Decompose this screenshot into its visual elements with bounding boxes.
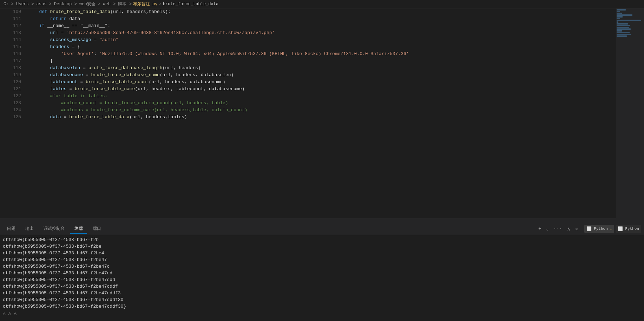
code-line-content: headers = {: [27, 44, 616, 51]
line-number: 124: [0, 107, 27, 114]
code-line-content: tablecount = brute_force_table_count(url…: [27, 79, 616, 86]
line-number: 125: [0, 114, 27, 121]
terminal-output-line: ctfshow{b5955005-0f37-4533-bd67-f2be47cd…: [3, 290, 641, 296]
right-tab-python-2[interactable]: ⬜ Python: [616, 225, 641, 233]
minimap-line: [617, 20, 641, 21]
table-row: 122 #for table in tables:: [0, 93, 616, 100]
minimap-line: [617, 25, 630, 26]
table-row: 121 tables = brute_force_table_name(url,…: [0, 86, 616, 93]
maximize-panel-btn[interactable]: ∧: [566, 225, 571, 233]
code-line-content: def brute_force_table_data(url, headers,…: [27, 8, 616, 15]
code-line-content: #columns = brute_force_column_name(url, …: [27, 107, 616, 114]
minimap: [616, 8, 644, 218]
horizontal-scrollbar[interactable]: [0, 218, 644, 222]
editor: 100 def brute_force_table_data(url, head…: [0, 8, 644, 218]
terminal-output-line: ctfshow{b5955005-0f37-4533-bd67-f2be47cd…: [3, 283, 641, 290]
table-row: 119 databasename = brute_force_database_…: [0, 72, 616, 79]
tab-terminal[interactable]: 终端: [70, 224, 87, 234]
breadcrumb-path: C: > Users > asus > Desktop > web安全 > we…: [4, 1, 132, 7]
table-row: 118 databaselen = brute_force_database_l…: [0, 65, 616, 72]
terminal-icon-2: ⬜: [618, 226, 623, 232]
line-number: 100: [0, 8, 27, 15]
terminal-output-line: ctfshow{b5955005-0f37-4533-bd67-f2be47cd…: [3, 296, 641, 303]
table-row: 116 'User-Agent': 'Mozilla/5.0 (Windows …: [0, 51, 616, 58]
table-row: 112 if __name__ == "__main__":: [0, 22, 616, 29]
terminal-output-line: ctfshow{b5955005-0f37-4533-bd67-f2be4: [3, 250, 641, 256]
terminal-icon-1: ⬜: [586, 226, 592, 232]
code-area[interactable]: 100 def brute_force_table_data(url, head…: [0, 8, 616, 218]
panel-actions: + ⌄ ··· ∧ ✕ ⬜ Python ⚠ ⬜ Python: [537, 225, 641, 233]
terminal-output-line: ctfshow{b5955005-0f37-4533-bd67-f2be47cd: [3, 270, 641, 276]
breadcrumb-file2: brute_force_table_data: [163, 2, 218, 7]
terminal-output-line: ctfshow{b5955005-0f37-4533-bd67-f2b: [3, 236, 641, 243]
breadcrumb-sep: >: [159, 2, 161, 7]
minimap-line: [617, 13, 622, 14]
code-line-content: if __name__ == "__main__":: [27, 22, 616, 29]
table-row: 120 tablecount = brute_force_table_count…: [0, 79, 616, 86]
code-line-content: }: [27, 58, 616, 65]
table-row: 113 url = 'http://598dad09-8ca9-4769-9d3…: [0, 29, 616, 36]
minimap-line: [617, 35, 627, 37]
table-row: 100 def brute_force_table_data(url, head…: [0, 8, 616, 15]
terminal-output-line: ctfshow{b5955005-0f37-4533-bd67-f2be47cd…: [3, 276, 641, 283]
line-number: 114: [0, 36, 27, 44]
minimap-line: [617, 23, 628, 25]
line-number: 111: [0, 15, 27, 22]
terminal-output-line: ctfshow{b5955005-0f37-4533-bd67-f2be47cd…: [3, 303, 641, 310]
tab-output[interactable]: 输出: [21, 224, 38, 234]
line-number: 116: [0, 51, 27, 58]
minimap-line: [617, 28, 631, 30]
right-tab-python-1[interactable]: ⬜ Python ⚠: [584, 225, 614, 233]
line-number: 122: [0, 93, 27, 100]
bottom-panel: 问题 输出 调试控制台 终端 端口 + ⌄ ··· ∧ ✕ ⬜ Python ⚠…: [0, 223, 644, 321]
line-number: 120: [0, 79, 27, 86]
terminal-output: ctfshow{b5955005-0f37-4533-bd67-f2bctfsh…: [0, 235, 644, 321]
tab-issues[interactable]: 问题: [3, 224, 20, 234]
tab-ports[interactable]: 端口: [88, 224, 105, 234]
code-line-content: success_message = "admin": [27, 36, 616, 44]
minimap-line: [617, 9, 626, 11]
line-number: 121: [0, 86, 27, 93]
breadcrumb: C: > Users > asus > Desktop > web安全 > we…: [0, 0, 644, 8]
terminal-cursor-line: △ △ △: [3, 310, 641, 317]
table-row: 123 #column_count = brute_force_column_c…: [0, 100, 616, 107]
line-number: 115: [0, 44, 27, 51]
minimap-line: [617, 21, 618, 23]
terminal-output-line: ctfshow{b5955005-0f37-4533-bd67-f2be47: [3, 256, 641, 263]
close-panel-btn[interactable]: ✕: [574, 225, 579, 233]
code-line-content: #column_count = brute_force_column_count…: [27, 100, 616, 107]
add-terminal-btn[interactable]: +: [537, 225, 543, 232]
minimap-line: [617, 30, 622, 32]
table-row: 115 headers = {: [0, 44, 616, 51]
right-tabs: ⬜ Python ⚠ ⬜ Python: [584, 225, 641, 233]
code-line-content: url = 'http://598dad09-8ca9-4769-9d38-8f…: [27, 29, 616, 36]
warning-icon: ⚠: [610, 227, 612, 231]
breadcrumb-file1[interactable]: 布尔盲注.py: [133, 1, 158, 7]
right-tab-label-1: Python: [594, 227, 608, 231]
right-tab-label-2: Python: [625, 227, 639, 231]
code-line-content: 'User-Agent': 'Mozilla/5.0 (Windows NT 1…: [27, 51, 616, 58]
minimap-line: [617, 34, 631, 35]
code-line-content: databaselen = brute_force_database_lengt…: [27, 65, 616, 72]
panel-tabs: 问题 输出 调试控制台 终端 端口 + ⌄ ··· ∧ ✕ ⬜ Python ⚠…: [0, 223, 644, 235]
terminal-output-line: ctfshow{b5955005-0f37-4533-bd67-f2be: [3, 243, 641, 250]
minimap-line: [617, 27, 629, 28]
code-line-content: #for table in tables:: [27, 93, 616, 100]
line-number: 123: [0, 100, 27, 107]
tab-debug[interactable]: 调试控制台: [39, 224, 69, 234]
code-line-content: return data: [27, 15, 616, 22]
terminal-output-line: ctfshow{b5955005-0f37-4533-bd67-f2be47c: [3, 263, 641, 270]
split-terminal-btn[interactable]: ⌄: [545, 226, 550, 232]
table-row: 114 success_message = "admin": [0, 36, 616, 44]
line-number: 118: [0, 65, 27, 72]
more-options-btn[interactable]: ···: [552, 225, 564, 232]
table-row: 125 data = brute_force_table_data(url, h…: [0, 114, 616, 121]
table-row: 124 #columns = brute_force_column_name(u…: [0, 107, 616, 114]
code-table: 100 def brute_force_table_data(url, head…: [0, 8, 616, 121]
minimap-line: [617, 16, 623, 18]
table-row: 111 return data: [0, 15, 616, 22]
line-number: 117: [0, 58, 27, 65]
minimap-line: [617, 18, 620, 19]
code-line-content: data = brute_force_table_data(url, heade…: [27, 114, 616, 121]
code-line-content: tables = brute_force_table_name(url, hea…: [27, 86, 616, 93]
